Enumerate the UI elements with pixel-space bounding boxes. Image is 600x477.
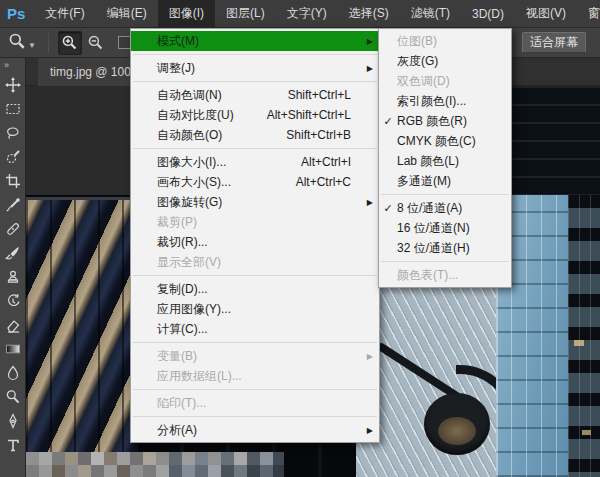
image-menu-dropdown: 模式(M) 调整(J) 自动色调(N)Shift+Ctrl+L 自动对比度(U)…	[130, 28, 380, 443]
menu-item-duplicate[interactable]: 复制(D)...	[131, 279, 379, 299]
history-brush-tool-icon	[5, 293, 21, 309]
menubar-item-3d[interactable]: 3D(D)	[461, 0, 515, 27]
menu-item-lab-color[interactable]: Lab 颜色(L)	[379, 151, 511, 171]
pen-tool-icon	[5, 413, 21, 429]
photoshop-window: Ps 文件(F) 编辑(E) 图像(I) 图层(L) 文字(Y) 选择(S) 滤…	[0, 0, 600, 477]
menu-item-auto-tone[interactable]: 自动色调(N)Shift+Ctrl+L	[131, 85, 379, 105]
menu-item-bitmap: 位图(B)	[379, 31, 511, 51]
shortcut: Shift+Ctrl+B	[286, 128, 371, 142]
menu-separator	[379, 191, 511, 198]
menubar: Ps 文件(F) 编辑(E) 图像(I) 图层(L) 文字(Y) 选择(S) 滤…	[0, 0, 600, 28]
eyedropper-tool-icon	[5, 197, 21, 213]
crop-tool-icon	[5, 173, 21, 189]
menu-item-rgb-color[interactable]: RGB 颜色(R)	[379, 111, 511, 131]
menu-item-duotone: 双色调(D)	[379, 71, 511, 91]
fit-screen-button[interactable]: 适合屏幕	[522, 32, 586, 53]
menu-item-image-size[interactable]: 图像大小(I)...Alt+Ctrl+I	[131, 152, 379, 172]
tool-history-brush[interactable]	[1, 289, 25, 313]
menu-item-image-rotation[interactable]: 图像旋转(G)	[131, 192, 379, 212]
menubar-item-filter[interactable]: 滤镜(T)	[400, 0, 461, 27]
menu-separator	[131, 386, 379, 393]
shortcut: Shift+Ctrl+L	[288, 88, 371, 102]
checkmark-icon	[379, 202, 397, 215]
menu-item-16-bits-channel[interactable]: 16 位/通道(N)	[379, 218, 511, 238]
lasso-tool-icon	[5, 125, 21, 141]
menu-item-cmyk-color[interactable]: CMYK 颜色(C)	[379, 131, 511, 151]
tool-lasso[interactable]	[1, 121, 25, 145]
menu-separator	[379, 258, 511, 265]
tools-panel: »	[0, 58, 26, 477]
menu-item-auto-contrast[interactable]: 自动对比度(U)Alt+Shift+Ctrl+L	[131, 105, 379, 125]
tool-dodge[interactable]	[1, 385, 25, 409]
collapse-panel-icon[interactable]: »	[0, 58, 25, 73]
menu-item-apply-data-set: 应用数据组(L)...	[131, 366, 379, 386]
menu-item-grayscale[interactable]: 灰度(G)	[379, 51, 511, 71]
menu-item-canvas-size[interactable]: 画布大小(S)...Alt+Ctrl+C	[131, 172, 379, 192]
tool-pen[interactable]	[1, 409, 25, 433]
menubar-item-image[interactable]: 图像(I)	[158, 0, 215, 27]
photo-building-top-right	[500, 86, 600, 196]
photo-building-left	[26, 197, 138, 477]
tool-type[interactable]	[1, 433, 25, 457]
shortcut: Alt+Ctrl+I	[301, 155, 371, 169]
eraser-tool-icon	[5, 317, 21, 333]
tool-gradient[interactable]	[1, 337, 25, 361]
menubar-item-select[interactable]: 选择(S)	[338, 0, 400, 27]
zoom-in-button[interactable]	[58, 31, 82, 55]
shortcut: Alt+Shift+Ctrl+L	[267, 108, 371, 122]
menubar-item-type[interactable]: 文字(Y)	[276, 0, 338, 27]
menu-item-mode[interactable]: 模式(M)	[131, 31, 379, 51]
menu-separator	[131, 145, 379, 152]
tool-eraser[interactable]	[1, 313, 25, 337]
gradient-tool-icon	[5, 341, 21, 357]
dodge-tool-icon	[5, 389, 21, 405]
menu-item-reveal-all: 显示全部(V)	[131, 252, 379, 272]
tool-quick-selection[interactable]	[1, 145, 25, 169]
tool-brush[interactable]	[1, 241, 25, 265]
blur-tool-icon	[5, 365, 21, 381]
divider	[48, 33, 49, 53]
mode-submenu: 位图(B) 灰度(G) 双色调(D) 索引颜色(I)... RGB 颜色(R) …	[378, 28, 512, 288]
menu-item-color-table: 颜色表(T)...	[379, 265, 511, 285]
tool-eyedropper[interactable]	[1, 193, 25, 217]
photo-lit-window	[574, 340, 584, 346]
menu-item-trim[interactable]: 裁切(R)...	[131, 232, 379, 252]
shortcut: Alt+Ctrl+C	[296, 175, 371, 189]
menu-separator	[131, 51, 379, 58]
menubar-item-edit[interactable]: 编辑(E)	[96, 0, 158, 27]
menu-item-8-bits-channel[interactable]: 8 位/通道(A)	[379, 198, 511, 218]
menu-item-apply-image[interactable]: 应用图像(Y)...	[131, 299, 379, 319]
tool-crop[interactable]	[1, 169, 25, 193]
menu-item-trap: 陷印(T)...	[131, 393, 379, 413]
checkmark-icon	[379, 115, 397, 128]
zoom-out-button[interactable]	[84, 31, 108, 55]
tool-move[interactable]	[1, 73, 25, 97]
dropdown-caret-icon[interactable]: ▼	[28, 41, 36, 50]
tool-clone-stamp[interactable]	[1, 265, 25, 289]
menubar-item-layer[interactable]: 图层(L)	[215, 0, 276, 27]
menu-item-crop: 裁剪(P)	[131, 212, 379, 232]
menubar-item-file[interactable]: 文件(F)	[34, 0, 95, 27]
menu-item-32-bits-channel[interactable]: 32 位/通道(H)	[379, 238, 511, 258]
menu-item-auto-color[interactable]: 自动颜色(O)Shift+Ctrl+B	[131, 125, 379, 145]
menu-item-calculations[interactable]: 计算(C)...	[131, 319, 379, 339]
tool-blur[interactable]	[1, 361, 25, 385]
menu-item-variables: 变量(B)	[131, 346, 379, 366]
tool-rectangular-marquee[interactable]	[1, 97, 25, 121]
pixelated-watermark	[26, 452, 284, 477]
menu-separator	[131, 413, 379, 420]
marquee-tool-icon	[5, 101, 21, 117]
menu-item-multichannel[interactable]: 多通道(M)	[379, 171, 511, 191]
quick-selection-tool-icon	[5, 149, 21, 165]
menu-item-indexed-color[interactable]: 索引颜色(I)...	[379, 91, 511, 111]
menubar-item-view[interactable]: 视图(V)	[515, 0, 577, 27]
photoshop-logo: Ps	[0, 0, 34, 27]
type-tool-icon	[5, 437, 21, 453]
tool-spot-healing-brush[interactable]	[1, 217, 25, 241]
brush-tool-icon	[5, 245, 21, 261]
menu-separator	[131, 339, 379, 346]
menubar-item-window[interactable]: 窗口(W)	[577, 0, 600, 27]
menu-item-adjustments[interactable]: 调整(J)	[131, 58, 379, 78]
photo-lit-window	[582, 430, 591, 435]
menu-item-analysis[interactable]: 分析(A)	[131, 420, 379, 440]
